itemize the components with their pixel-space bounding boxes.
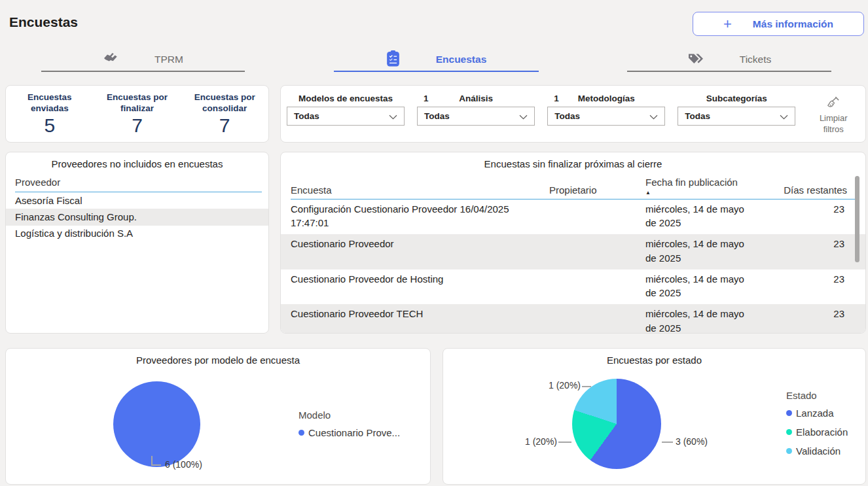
column-header-encuesta[interactable]: Encuesta <box>291 184 549 196</box>
kpi-label: Encuestas por finalizar <box>94 92 181 114</box>
cell-propietario <box>549 200 645 235</box>
kpi-label: Encuestas por consolidar <box>181 92 268 114</box>
chevron-down-icon <box>649 111 658 122</box>
cell-encuesta: Cuestionario Proveedor de Hosting <box>291 269 549 305</box>
legend-label: Elaboración <box>796 426 848 438</box>
legend-label: Lanzada <box>796 408 834 419</box>
cell-fecha: miércoles, 14 de mayo de 2025 <box>645 304 762 334</box>
providers-panel-title: Proveedores no incluidos en encuestas <box>6 152 268 169</box>
pie-data-label-elaboracion: 1 (20%) <box>525 436 557 447</box>
legend-dot <box>786 429 792 435</box>
cell-propietario <box>549 269 645 305</box>
cell-fecha: miércoles, 14 de mayo de 2025 <box>645 234 762 269</box>
slicer-dropdown-modelos[interactable]: Todas <box>287 107 405 126</box>
kpi-label: Encuestas enviadas <box>6 92 94 114</box>
pie-chart-proveedores-por-modelo: Proveedores por modelo de encuesta 6 (10… <box>5 348 431 485</box>
tab-tickets-label: Tickets <box>740 54 772 65</box>
slicer-value: Todas <box>424 111 450 121</box>
leader-line <box>151 464 161 466</box>
kpi-encuestas-por-finalizar: Encuestas por finalizar 7 <box>94 92 181 135</box>
legend-item-validacion[interactable]: Validación <box>786 445 848 457</box>
kpi-value: 7 <box>181 116 268 135</box>
pie-encuestas-por-estado[interactable] <box>572 379 661 469</box>
slicer-subcategorias: Subcategorías Todas <box>678 94 795 126</box>
legend-item-lanzada[interactable]: Lanzada <box>786 408 848 419</box>
slicer-metodologias: 1 Metodologías Todas <box>547 94 665 126</box>
cell-dias: 23 <box>762 200 847 235</box>
cell-dias: 23 <box>762 234 847 269</box>
tab-encuestas[interactable]: Encuestas <box>334 48 539 72</box>
table-row[interactable]: Cuestionario Proveedor miércoles, 14 de … <box>281 234 865 269</box>
kpi-card: Encuestas enviadas 5 Encuestas por final… <box>5 85 269 143</box>
legend-dot <box>786 448 792 454</box>
column-header-fecha[interactable]: Fecha fin publicación ▲ <box>645 177 762 196</box>
kpi-value: 7 <box>94 116 181 135</box>
legend-item[interactable]: Cuestionario Prove... <box>298 427 400 438</box>
slicer-dropdown-subcategorias[interactable]: Todas <box>678 107 795 126</box>
more-info-label: Más información <box>753 18 833 30</box>
cell-propietario <box>549 304 645 334</box>
legend-dot <box>786 410 792 416</box>
surveys-header-row: Encuesta Propietario Fecha fin publicaci… <box>281 169 865 196</box>
broom-icon <box>826 101 841 112</box>
cell-dias: 23 <box>762 269 847 305</box>
chart-legend: Modelo Cuestionario Prove... <box>298 409 400 446</box>
chart-title: Proveedores por modelo de encuesta <box>6 349 430 366</box>
kpi-value: 5 <box>6 116 94 135</box>
page-title: Encuestas <box>9 14 78 30</box>
sort-ascending-icon: ▲ <box>645 190 762 196</box>
slicer-label: Metodologías <box>578 94 635 103</box>
pie-slice-cuestionario-proveedor[interactable] <box>113 381 200 467</box>
plus-icon: + <box>723 17 732 31</box>
table-row[interactable]: Asesoría Fiscal <box>6 192 268 209</box>
kpi-encuestas-enviadas: Encuestas enviadas 5 <box>6 92 94 135</box>
tab-tprm-label: TPRM <box>154 54 183 65</box>
clear-filters-label: Limpiar <box>808 113 859 124</box>
column-header-propietario[interactable]: Propietario <box>549 184 645 196</box>
providers-column-header[interactable]: Proveedor <box>6 169 268 192</box>
slicer-label: Análisis <box>459 94 493 103</box>
cell-encuesta: Cuestionario Proveedor TECH <box>291 304 549 334</box>
tags-icon <box>687 52 704 68</box>
checklist-clipboard-icon <box>386 50 400 69</box>
more-info-button[interactable]: + Más información <box>693 12 864 36</box>
pie-data-label-validacion: 1 (20%) <box>549 380 581 391</box>
vertical-scrollbar[interactable] <box>855 176 859 262</box>
providers-panel: Proveedores no incluidos en encuestas Pr… <box>5 152 269 334</box>
slicer-value: Todas <box>554 111 580 121</box>
table-row[interactable]: Configuración Cuestionario Proveedor 16/… <box>281 200 865 235</box>
surveys-panel-title: Encuestas sin finalizar próximas al cier… <box>281 152 865 169</box>
cell-encuesta: Cuestionario Proveedor <box>291 234 549 269</box>
slicer-label: Subcategorías <box>706 94 767 103</box>
slicer-label: Modelos de encuestas <box>298 94 393 103</box>
table-row[interactable]: Logística y distribución S.A <box>6 226 268 242</box>
tab-tprm[interactable]: TPRM <box>41 48 245 72</box>
slicer-dropdown-analisis[interactable]: Todas <box>417 107 535 126</box>
filter-bar: Modelos de encuestas Todas 1 Análisis To… <box>280 85 866 143</box>
legend-item-elaboracion[interactable]: Elaboración <box>786 426 848 438</box>
chart-legend: Estado Lanzada Elaboración Validación <box>786 390 848 464</box>
kpi-encuestas-por-consolidar: Encuestas por consolidar 7 <box>181 92 268 135</box>
table-row[interactable]: Finanzas Consulting Group. <box>6 209 268 225</box>
slicer-badge: 1 <box>424 94 429 103</box>
legend-title: Estado <box>786 390 848 401</box>
legend-dot <box>298 430 304 436</box>
slicer-modelos-de-encuestas: Modelos de encuestas Todas <box>287 94 405 126</box>
cell-dias: 23 <box>762 304 847 334</box>
tab-encuestas-label: Encuestas <box>436 54 487 65</box>
slicer-badge: 1 <box>554 94 559 103</box>
table-row[interactable]: Cuestionario Proveedor de Hosting miérco… <box>281 269 865 305</box>
slicer-dropdown-metodologias[interactable]: Todas <box>547 107 665 126</box>
column-header-dias[interactable]: Días restantes <box>762 184 847 196</box>
surveys-panel: Encuestas sin finalizar próximas al cier… <box>280 152 866 334</box>
chevron-down-icon <box>519 111 528 122</box>
legend-label: Validación <box>796 445 841 457</box>
tab-tickets[interactable]: Tickets <box>627 48 831 72</box>
cell-encuesta: Configuración Cuestionario Proveedor 16/… <box>291 200 549 235</box>
slicer-analisis: 1 Análisis Todas <box>417 94 535 126</box>
leader-line <box>558 442 571 443</box>
table-row[interactable]: Cuestionario Proveedor TECH miércoles, 1… <box>281 304 865 334</box>
clear-filters-label: filtros <box>808 124 859 135</box>
legend-title: Modelo <box>298 409 400 421</box>
clear-filters-button[interactable]: Limpiar filtros <box>808 94 859 135</box>
